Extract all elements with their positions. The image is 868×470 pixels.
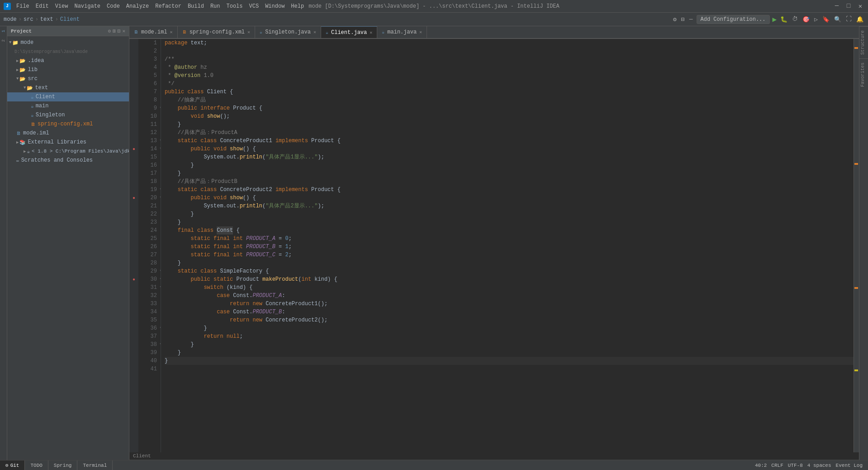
code-line-33[interactable]: return new ConcreteProduct1(); — [165, 300, 854, 308]
code-line-34[interactable]: case Const.PRODUCT_B: — [165, 308, 854, 316]
left-icon-bookmarks[interactable]: 2 — [0, 38, 7, 43]
code-line-31[interactable]: switch (kind) { — [165, 283, 854, 292]
tab-main[interactable]: ☕ main.java ✕ — [377, 26, 427, 38]
code-line-32[interactable]: case Const.PRODUCT_A: — [165, 292, 854, 300]
panel-expand-icon[interactable]: ⊞ — [113, 28, 116, 34]
code-line-39[interactable]: } — [165, 349, 854, 357]
tree-item-idea[interactable]: ▶ 📂 .idea — [7, 56, 129, 65]
code-line-22[interactable]: } — [165, 210, 854, 218]
structure-tab[interactable]: Structure — [859, 26, 868, 58]
find-button[interactable]: 🔍 — [833, 15, 842, 24]
code-line-1[interactable]: package text; — [165, 39, 854, 47]
tree-item-lib[interactable]: ▶ 📂 lib — [7, 65, 129, 74]
code-line-2[interactable] — [165, 47, 854, 55]
menu-refactor[interactable]: Refactor — [155, 3, 181, 10]
code-line-9[interactable]: public interface Product { — [165, 104, 854, 112]
bookmark-button[interactable]: 🔖 — [821, 15, 830, 24]
tree-item-main[interactable]: ☕ main — [7, 101, 129, 110]
menu-help[interactable]: Help — [291, 3, 304, 10]
code-content[interactable]: package text;/** * @author hz * @version… — [161, 39, 854, 452]
panel-settings-icon[interactable]: ⚙ — [108, 28, 111, 34]
minimize-button[interactable]: ─ — [833, 2, 841, 10]
code-line-7[interactable]: public class Client { — [165, 88, 854, 96]
line-ending[interactable]: CRLF — [771, 463, 783, 468]
tree-item-singleton[interactable]: ☕ Singleton — [7, 110, 129, 120]
code-line-25[interactable]: static final int PRODUCT_A = 0; — [165, 235, 854, 243]
menu-view[interactable]: View — [55, 3, 68, 10]
settings-icon[interactable]: ⚙ — [672, 15, 678, 24]
code-line-28[interactable]: } — [165, 259, 854, 267]
tab-mode-iml[interactable]: 🗎 mode.iml ✕ — [129, 26, 178, 38]
code-line-41[interactable] — [165, 365, 854, 373]
encoding[interactable]: UTF-8 — [788, 463, 803, 468]
menu-build[interactable]: Build — [188, 3, 204, 10]
breadcrumb-src[interactable]: src — [24, 16, 33, 23]
layout-icon[interactable]: ⊟ — [680, 15, 686, 24]
menu-analyze[interactable]: Analyze — [126, 3, 149, 10]
code-line-8[interactable]: //抽象产品 — [165, 96, 854, 104]
tree-item-mode-iml[interactable]: 🗎 mode.iml — [7, 129, 129, 138]
breadcrumb-mode[interactable]: mode — [4, 16, 17, 23]
code-line-18[interactable]: //具体产品：ProductB — [165, 177, 854, 186]
tab-close-mode-iml[interactable]: ✕ — [170, 29, 173, 35]
bottom-tab-terminal[interactable]: Terminal — [77, 460, 113, 470]
code-line-36[interactable]: } — [165, 324, 854, 332]
tab-close-singleton[interactable]: ✕ — [313, 29, 316, 35]
panel-close-icon[interactable]: ✕ — [122, 28, 125, 34]
run-task-button[interactable]: ▷ — [813, 15, 819, 24]
fullscreen-button[interactable]: ⛶ — [845, 15, 853, 24]
breakpoint-30[interactable]: ● — [129, 275, 138, 283]
breakpoint-14[interactable]: ● — [129, 145, 138, 153]
tree-item-mode[interactable]: ▼ 📁 mode — [7, 38, 129, 47]
code-line-5[interactable]: * @version 1.0 — [165, 72, 854, 80]
code-line-35[interactable]: return new ConcreteProduct2(); — [165, 316, 854, 324]
code-line-30[interactable]: public static Product makeProduct(int ki… — [165, 275, 854, 283]
left-icon-project[interactable]: 1 — [0, 28, 7, 34]
notifications-button[interactable]: 🔔 — [855, 15, 864, 24]
menu-vcs[interactable]: VCS — [249, 3, 259, 10]
bottom-tab-spring[interactable]: Spring — [48, 460, 78, 470]
code-line-27[interactable]: static final int PRODUCT_C = 2; — [165, 251, 854, 259]
tree-item-jdk[interactable]: ▶ ☕ < 1.8 > C:\Program Files\Java\jdk1.8… — [7, 147, 129, 156]
menu-tools[interactable]: Tools — [227, 3, 243, 10]
code-line-21[interactable]: System.out.println("具体产品2显示..."); — [165, 202, 854, 210]
code-line-13[interactable]: static class ConcreteProduct1 implements… — [165, 137, 854, 145]
tab-singleton[interactable]: ☕ Singleton.java ✕ — [255, 26, 321, 38]
code-editor[interactable]: ● ● ● 123456789▼10111213▼14▼151617181 — [129, 39, 859, 452]
code-line-26[interactable]: static final int PRODUCT_B = 1; — [165, 243, 854, 251]
code-line-19[interactable]: static class ConcreteProduct2 implements… — [165, 186, 854, 194]
event-log[interactable]: Event Log — [836, 463, 863, 468]
tab-client[interactable]: ☕ Client.java ✕ — [321, 26, 377, 38]
menu-navigate[interactable]: Navigate — [74, 3, 100, 10]
code-line-16[interactable]: } — [165, 161, 854, 169]
scroll-indicator[interactable] — [854, 39, 859, 452]
menu-run[interactable]: Run — [210, 3, 220, 10]
code-line-12[interactable]: //具体产品：ProductA — [165, 129, 854, 137]
tab-close-main[interactable]: ✕ — [419, 29, 422, 35]
profile-button[interactable]: ⏱ — [791, 15, 799, 24]
tree-item-scratches[interactable]: ✏ Scratches and Consoles — [7, 156, 129, 165]
menu-file[interactable]: File — [16, 3, 29, 10]
code-line-37[interactable]: return null; — [165, 332, 854, 341]
tab-spring-xml[interactable]: 🗎 spring-config.xml ✕ — [178, 26, 255, 38]
favorites-tab[interactable]: Favorites — [859, 58, 868, 91]
cursor-position[interactable]: 40:2 — [755, 463, 767, 468]
tab-close-spring-xml[interactable]: ✕ — [247, 29, 250, 35]
code-line-17[interactable]: } — [165, 169, 854, 177]
code-line-20[interactable]: public void show() { — [165, 194, 854, 202]
tree-item-external-libs[interactable]: ▶ 📚 External Libraries — [7, 138, 129, 147]
bottom-tab-git[interactable]: ⊙ Git — [0, 460, 25, 470]
breakpoint-20[interactable]: ● — [129, 194, 138, 202]
code-line-29[interactable]: static class SimpleFactory { — [165, 267, 854, 275]
tree-item-text[interactable]: ▼ 📂 text — [7, 83, 129, 92]
tree-item-src[interactable]: ▼ 📂 src — [7, 74, 129, 83]
code-line-4[interactable]: * @author hz — [165, 63, 854, 72]
menu-edit[interactable]: Edit — [36, 3, 49, 10]
run-button[interactable]: ▶ — [773, 15, 777, 24]
debug-button[interactable]: 🐛 — [779, 15, 788, 24]
bottom-tab-todo[interactable]: TODO — [25, 460, 48, 470]
menu-code[interactable]: Code — [107, 3, 120, 10]
panel-collapse-icon[interactable]: ⊟ — [118, 28, 121, 34]
code-line-23[interactable]: } — [165, 218, 854, 226]
coverage-button[interactable]: 🎯 — [802, 15, 811, 24]
